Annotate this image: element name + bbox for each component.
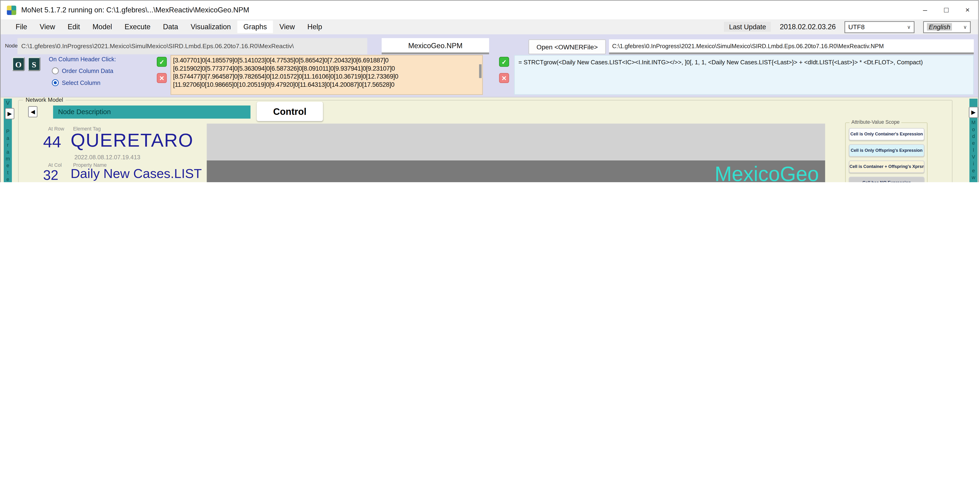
main-area: Network Model V Parameters ▶ ModelView ▶… (1, 97, 978, 182)
expand-left-panel-button[interactable]: ▶ (5, 108, 14, 119)
node-file-field[interactable]: MexicoGeo.NPM (382, 38, 489, 54)
menu-item-view-2[interactable]: View (273, 21, 301, 33)
scope-button-1[interactable]: Cell is Only Offspring's Expression (849, 144, 924, 157)
maximize-button[interactable]: □ (936, 1, 957, 19)
list-line: [11.92706]0[10.98665]0[10.20519]0[9.4792… (173, 81, 476, 89)
network-model-label: Network Model (23, 97, 66, 103)
node-timestamp: 2022.08.08.12.07.19.413 (75, 154, 140, 160)
radio-icon (52, 67, 59, 74)
title-bar[interactable]: MoNet 5.1.7.2 running on: C:\1.gfebres\.… (1, 1, 978, 19)
menu-item-visualization[interactable]: Visualization (185, 21, 237, 33)
accept-formula-button[interactable]: ✓ (499, 57, 509, 67)
order-button[interactable]: O (12, 57, 25, 71)
back-node-button[interactable]: ◀ (28, 106, 37, 118)
language-select[interactable]: English ∨ (923, 21, 970, 33)
select-button[interactable]: S (27, 57, 40, 71)
menu-bar: FileViewEditModelExecuteDataVisualizatio… (1, 19, 978, 34)
accept-list-button[interactable]: ✓ (157, 57, 167, 67)
chevron-down-icon: ∨ (907, 24, 911, 30)
scope-button-0[interactable]: Cell is Only Container's Expression (849, 128, 924, 140)
scope-label: Attribute-Value Scope (850, 119, 901, 125)
formula-field[interactable]: = STRCTgrow(<Daily New Cases.LIST<IC><I.… (514, 55, 974, 95)
scope-button-3[interactable]: Cell has NO Expression (849, 176, 924, 182)
chevron-down-icon: ∨ (963, 24, 967, 30)
reject-formula-button[interactable]: ✕ (499, 73, 509, 83)
list-line: [8.574477]0[7.964587]0[9.782654]0[12.015… (173, 73, 476, 81)
parameters-strip-label: Parameters (4, 129, 12, 182)
menu-item-edit[interactable]: Edit (61, 21, 86, 33)
col-number: 32 (43, 167, 58, 182)
menu-item-graphs[interactable]: Graphs (237, 21, 273, 33)
language-value: English (927, 23, 952, 31)
tab-node-description[interactable]: Node Description (53, 105, 250, 119)
order-column-data-radio[interactable]: Order Column Data (52, 67, 113, 74)
encoding-select[interactable]: UTF8 ∨ (845, 21, 915, 33)
header-panel: Node Path C:\1.gfebres\0.InProgress\2021… (1, 34, 978, 97)
app-icon (7, 5, 16, 15)
minimize-button[interactable]: – (915, 1, 936, 19)
list-line: [6.215902]0[5.773774]0[5.363094]0[6.5873… (173, 64, 476, 73)
radio-label: Order Column Data (62, 67, 113, 74)
window-title: MoNet 5.1.7.2 running on: C:\1.gfebres\.… (21, 6, 249, 14)
last-update-value: 2018.02.02.03.26 (780, 23, 836, 31)
tab-control[interactable]: Control (257, 102, 323, 121)
list-line: [3.407701]0[4.185579]0[5.141023]0[4.7753… (173, 56, 476, 64)
app-window: MoNet 5.1.7.2 running on: C:\1.gfebres\.… (0, 0, 979, 182)
list-values-field[interactable]: [3.407701]0[4.185579]0[5.141023]0[4.7753… (170, 55, 483, 95)
scope-button-2[interactable]: Cell is Container + Offspring's Xprsn. (849, 160, 924, 173)
open-owner-file-button[interactable]: Open <OWNERFile> (528, 39, 606, 54)
strip-top-label: V (4, 99, 12, 106)
element-tag: QUERETARO (71, 130, 194, 151)
menu-item-file[interactable]: File (10, 21, 33, 33)
node-path-field[interactable]: C:\1.gfebres\0.InProgress\2021.Mexico\Si… (18, 38, 368, 54)
attribute-value-scope-group: Attribute-Value Scope Cell is Only Conta… (845, 122, 928, 182)
menu-item-execute[interactable]: Execute (118, 21, 157, 33)
select-column-radio[interactable]: Select Column (52, 79, 100, 86)
encoding-value: UTF8 (848, 23, 865, 31)
chart-area-light (207, 124, 825, 160)
model-view-strip-label: ModelView (969, 120, 978, 182)
owner-path-field[interactable]: C:\1.gfebres\0.InProgress\2021.Mexico\Si… (609, 39, 974, 54)
menu-item-help[interactable]: Help (301, 21, 329, 33)
expand-right-panel-button[interactable]: ▶ (969, 106, 978, 118)
menu-item-model[interactable]: Model (86, 21, 118, 33)
on-column-header-click-label: On Column Header Click: (49, 56, 116, 62)
reject-list-button[interactable]: ✕ (157, 73, 167, 83)
menu-item-data[interactable]: Data (157, 21, 185, 33)
radio-label: Select Column (62, 79, 100, 86)
last-update-label: Last Update (724, 22, 771, 32)
scrollbar[interactable] (479, 64, 482, 78)
watermark-band: MexicoGeo (207, 160, 825, 182)
property-name: Daily New Cases.LIST (71, 166, 202, 181)
menu-item-view[interactable]: View (33, 21, 61, 33)
radio-selected-icon (52, 79, 59, 86)
close-button[interactable]: × (957, 1, 978, 19)
at-row-label: At Row (48, 126, 64, 132)
row-number: 44 (43, 132, 61, 152)
